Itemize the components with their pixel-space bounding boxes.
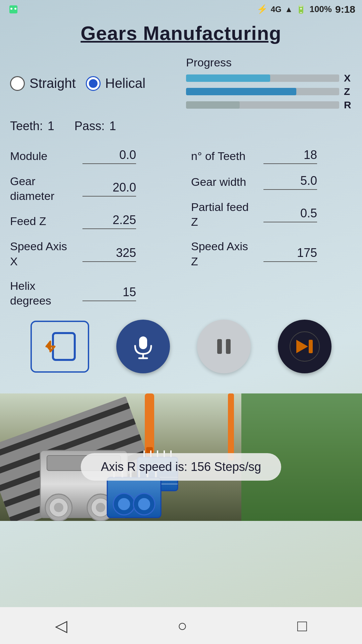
gear-diameter-label: Geardiameter: [10, 174, 77, 203]
bluetooth-icon: ⚡: [257, 4, 267, 14]
top-section: Straight Helical Progress X: [10, 56, 352, 111]
axis-x-label: X: [344, 72, 352, 84]
progress-section: Progress X Z R: [186, 56, 352, 111]
svg-rect-34: [145, 393, 154, 454]
status-icons: [7, 3, 20, 16]
teeth-label: Teeth:: [10, 119, 43, 133]
wifi-icon: ▲: [285, 5, 293, 14]
svg-rect-58: [228, 393, 234, 461]
gear-width-input[interactable]: [263, 174, 317, 190]
module-label: Module: [10, 149, 77, 163]
feed-z-input[interactable]: [82, 213, 136, 229]
gear-diameter-input[interactable]: [82, 180, 136, 197]
radio-helical-circle[interactable]: [86, 76, 101, 91]
field-row-partial-feed: Partial feedZ: [191, 195, 352, 234]
nav-home-button[interactable]: ○: [177, 616, 187, 635]
radio-helical-label: Helical: [105, 76, 145, 91]
progress-bar-x-fill: [186, 74, 270, 82]
svg-point-56: [138, 498, 150, 510]
svg-point-54: [118, 498, 130, 510]
radio-group: Straight Helical: [10, 56, 176, 111]
pass-value: 1: [109, 119, 116, 133]
n-teeth-input[interactable]: [263, 148, 317, 164]
forward-button[interactable]: [278, 320, 331, 373]
radio-helical[interactable]: Helical: [86, 76, 145, 91]
helix-label: Helixdegrees: [10, 278, 77, 308]
field-row-gear-width: Gear width: [191, 169, 352, 195]
radio-straight[interactable]: Straight: [10, 76, 76, 91]
progress-bar-z-fill: [186, 88, 296, 95]
progress-bar-r-container: [186, 101, 339, 109]
gear-width-label: Gear width: [191, 174, 258, 189]
progress-row-r: R: [186, 99, 352, 111]
back-arrow-icon: [43, 331, 76, 362]
back-button[interactable]: [31, 321, 89, 373]
nav-back-button[interactable]: ◁: [55, 616, 67, 635]
svg-point-30: [54, 503, 63, 512]
n-teeth-label: n° of Teeth: [191, 149, 258, 163]
main-content: Gears Manufacturing Straight Helical Pro…: [0, 18, 362, 393]
left-fields: Module Geardiameter Feed Z Speed AxisX H…: [10, 143, 174, 313]
pass-row: Pass: 1: [74, 119, 116, 133]
svg-rect-11: [226, 339, 231, 354]
status-message: Axis R speed is: 156 Steps/sg: [81, 453, 281, 481]
right-fields: n° of Teeth Gear width Partial feedZ Spe…: [188, 143, 352, 313]
progress-label: Progress: [186, 56, 352, 69]
progress-bar-x-container: [186, 74, 339, 82]
gear-image-section: Axis R speed is: 156 Steps/sg: [0, 393, 362, 521]
field-row-helix: Helixdegrees: [10, 274, 171, 313]
progress-row-z: Z: [186, 86, 352, 97]
feed-z-label: Feed Z: [10, 214, 77, 228]
progress-bar-z-container: [186, 88, 339, 95]
field-row-module: Module: [10, 143, 171, 169]
status-bar: ⚡ 4G ▲ 🔋 100% 9:18: [0, 0, 362, 18]
teeth-row: Teeth: 1: [10, 119, 54, 133]
svg-point-2: [14, 8, 16, 10]
speed-axis-x-label: Speed AxisX: [10, 239, 77, 268]
mic-icon: [130, 333, 157, 360]
module-input[interactable]: [82, 148, 136, 164]
pause-button[interactable]: [197, 320, 251, 373]
progress-bar-r-fill: [186, 101, 240, 109]
pass-label: Pass:: [74, 119, 105, 133]
helix-input[interactable]: [82, 285, 136, 301]
teeth-value: 1: [48, 119, 54, 133]
battery-percent: 100%: [309, 4, 332, 14]
field-row-feed-z: Feed Z: [10, 208, 171, 234]
clock: 9:18: [335, 4, 355, 15]
field-row-speed-axis-x: Speed AxisX: [10, 234, 171, 273]
battery-icon: 🔋: [296, 5, 306, 14]
svg-rect-7: [139, 336, 147, 349]
svg-rect-0: [9, 5, 17, 13]
android-icon: [7, 3, 20, 16]
speed-axis-x-input[interactable]: [82, 246, 136, 262]
svg-rect-14: [309, 340, 313, 353]
forward-icon: [290, 331, 320, 362]
partial-feed-label: Partial feedZ: [191, 200, 258, 229]
radio-helical-inner: [89, 79, 98, 88]
axis-r-label: R: [344, 99, 352, 111]
page-title: Gears Manufacturing: [10, 22, 352, 44]
partial-feed-input[interactable]: [263, 206, 317, 222]
status-right-icons: ⚡ 4G ▲ 🔋 100% 9:18: [257, 4, 355, 15]
controls-row: [10, 313, 352, 383]
nav-recent-button[interactable]: □: [297, 616, 307, 635]
field-row-gear-diameter: Geardiameter: [10, 169, 171, 208]
speed-axis-z-label: Speed AxisZ: [191, 239, 258, 268]
svg-rect-10: [217, 339, 222, 354]
axis-z-label: Z: [344, 86, 352, 97]
mic-button[interactable]: [116, 320, 170, 373]
svg-point-33: [96, 503, 105, 512]
fields-container: Module Geardiameter Feed Z Speed AxisX H…: [10, 143, 352, 313]
teeth-pass-section: Teeth: 1 Pass: 1: [10, 119, 352, 133]
radio-straight-circle[interactable]: [10, 76, 25, 91]
progress-row-x: X: [186, 72, 352, 84]
svg-point-1: [10, 8, 12, 10]
nav-bar: ◁ ○ □: [0, 607, 362, 644]
pause-icon: [210, 333, 237, 360]
speed-axis-z-input[interactable]: [263, 246, 317, 262]
svg-rect-3: [53, 333, 75, 360]
signal-icon: 4G: [271, 5, 282, 14]
field-row-speed-axis-z: Speed AxisZ: [191, 234, 352, 273]
field-row-n-teeth: n° of Teeth: [191, 143, 352, 169]
